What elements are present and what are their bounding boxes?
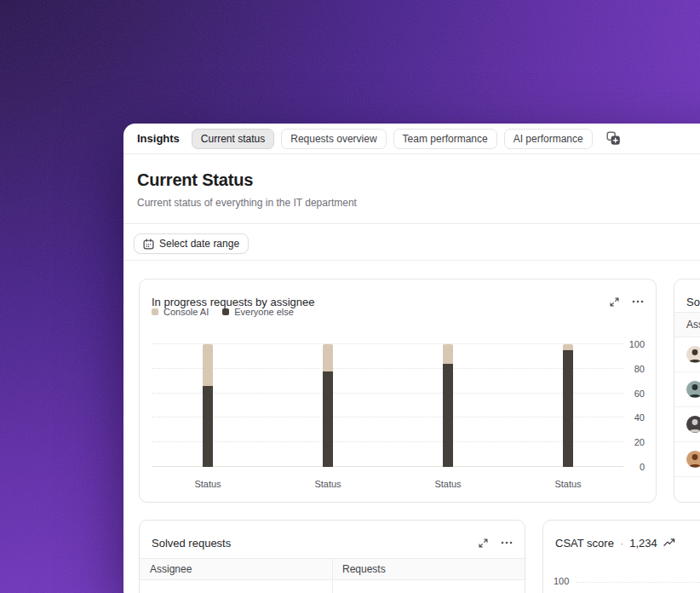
page-title: Current Status <box>137 170 700 190</box>
gridline <box>152 393 623 394</box>
legend-swatch-console-ai <box>152 308 158 315</box>
card-solved-requests: Solved requests Assignee Requests <box>139 520 525 593</box>
bar-segment-console-ai <box>323 344 333 371</box>
y-tick-label: 20 <box>624 436 645 448</box>
chart-legend: Console AI Everyone else <box>152 307 294 317</box>
bar-segment-console-ai <box>203 344 213 386</box>
avatar <box>686 416 700 433</box>
csat-gridline <box>576 582 700 583</box>
bar-segment-everyone-else <box>323 371 333 467</box>
bar-segment-console-ai <box>443 344 453 364</box>
x-category-label: Status <box>194 479 221 489</box>
table-header: Assignee <box>674 312 700 337</box>
legend-item-console-ai: Console AI <box>152 307 209 317</box>
card-title: Solved requests <box>152 537 231 550</box>
bar-segment-everyone-else <box>443 364 453 467</box>
calendar-icon <box>143 239 154 250</box>
select-date-range-label: Select date range <box>159 238 239 250</box>
legend-label: Console AI <box>164 307 209 317</box>
in-progress-plot <box>152 344 623 467</box>
y-tick-label: 60 <box>624 388 645 400</box>
tab-ai-performance[interactable]: AI performance <box>504 129 593 149</box>
card-csat-score: CSAT score · 1,234 100 <box>542 520 700 593</box>
gridline <box>152 343 623 344</box>
y-tick-label: 80 <box>624 363 645 375</box>
legend-item-everyone-else: Everyone else <box>222 307 294 317</box>
x-category-label: Status <box>314 479 341 489</box>
x-category-label: Status <box>434 479 461 489</box>
card-header: Solved requests <box>140 521 525 553</box>
in-progress-yticks: 020406080100 <box>624 344 645 467</box>
tab-requests-overview[interactable]: Requests overview <box>281 129 386 149</box>
page-title-section: Current Status Current status of everyth… <box>123 155 700 223</box>
csat-value: 1,234 <box>629 537 657 550</box>
more-options-icon[interactable] <box>632 300 644 303</box>
gridline <box>152 368 623 369</box>
legend-label: Everyone else <box>234 307 294 317</box>
avatar <box>686 346 700 363</box>
card-header: Solved requests <box>674 279 700 312</box>
insights-app-window: Insights Current status Requests overvie… <box>123 124 700 593</box>
tab-team-performance[interactable]: Team performance <box>393 129 497 149</box>
table-row[interactable]: A <box>674 337 700 372</box>
y-tick-label: 0 <box>624 461 645 473</box>
expand-icon[interactable] <box>609 296 620 308</box>
copy-plus-icon[interactable] <box>605 130 623 148</box>
card-header: CSAT score · 1,234 <box>543 521 700 553</box>
assignee-rows: ACFD <box>674 337 700 477</box>
table-row[interactable]: C <box>674 372 700 407</box>
solved-rows <box>140 580 525 593</box>
table-row[interactable]: F <box>674 407 700 442</box>
divider <box>123 260 700 261</box>
avatar <box>686 381 700 398</box>
column-assignee: Assignee <box>686 319 700 331</box>
avatar <box>686 451 700 468</box>
in-progress-xlabels: StatusStatusStatusStatus <box>152 479 623 491</box>
gridline <box>152 466 623 467</box>
card-title: Solved requests <box>686 296 700 308</box>
tab-current-status[interactable]: Current status <box>192 129 274 149</box>
expand-icon[interactable] <box>478 538 489 549</box>
y-tick-label: 100 <box>624 338 645 350</box>
desktop-background: Insights Current status Requests overvie… <box>0 0 700 593</box>
card-in-progress-requests: In progress requests by assignee Console… <box>139 279 657 503</box>
insights-header: Insights Current status Requests overvie… <box>123 124 700 154</box>
x-category-label: Status <box>554 479 581 489</box>
csat-title: CSAT score · 1,234 <box>555 537 675 550</box>
bar-segment-everyone-else <box>563 350 573 467</box>
column-requests: Requests <box>332 563 386 575</box>
column-assignee: Assignee <box>150 563 332 575</box>
gridline <box>152 441 623 442</box>
table-row[interactable]: D <box>674 442 700 477</box>
card-solved-by-assignee: Solved requests Assignee ACFD <box>674 279 700 503</box>
csat-y-tick-label: 100 <box>554 576 569 586</box>
gridline <box>152 417 623 417</box>
bar-segment-everyone-else <box>203 386 213 467</box>
select-date-range-button[interactable]: Select date range <box>134 233 249 254</box>
insights-label: Insights <box>137 132 180 145</box>
legend-swatch-everyone-else <box>222 308 229 315</box>
more-options-icon[interactable] <box>501 541 513 544</box>
bar-segment-console-ai <box>563 344 573 350</box>
card-title: CSAT score <box>555 537 614 550</box>
y-tick-label: 40 <box>624 412 645 423</box>
table-row[interactable] <box>140 580 525 593</box>
page-subtitle: Current status of everything in the IT d… <box>137 197 700 209</box>
dot-separator: · <box>620 537 623 550</box>
filter-row: Select date range <box>123 224 700 260</box>
trending-up-icon <box>663 538 675 548</box>
